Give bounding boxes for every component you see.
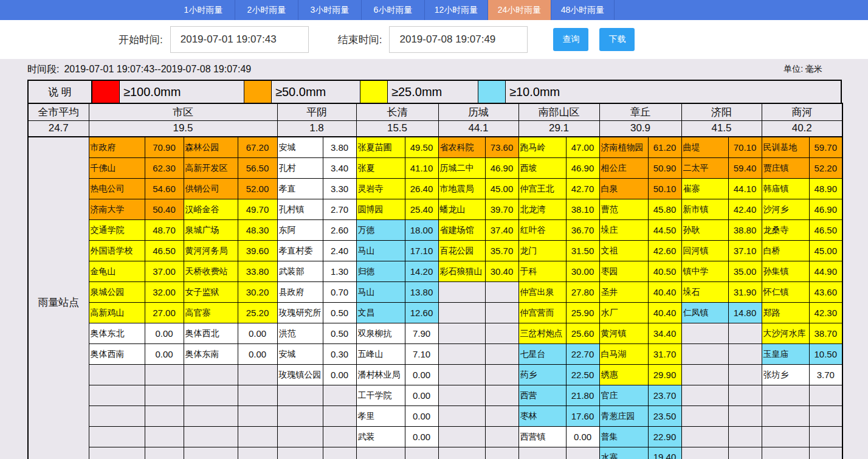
station-value-cell: 73.60 — [485, 137, 518, 157]
station-value-cell — [485, 323, 518, 343]
average-region-长清: 15.5 — [356, 120, 438, 137]
station-name-cell: 省农科院 — [438, 137, 485, 157]
station-value-cell: 50.90 — [648, 157, 681, 178]
station-value-cell: 59.70 — [809, 137, 842, 157]
station-name-cell: 交通学院 — [89, 219, 145, 240]
station-value-cell: 0.00 — [145, 343, 184, 364]
header-region-历城: 历城 — [438, 103, 518, 120]
legend-items: ≥100.0mm≥50.0mm≥25.0mm≥10.0mm — [92, 81, 841, 103]
legend-threshold-label: ≥100.0mm — [120, 81, 244, 103]
tab-24小时雨量[interactable]: 24小时雨量 — [488, 0, 551, 20]
station-name-cell: 白马湖 — [599, 343, 648, 364]
start-time-input[interactable] — [170, 26, 309, 53]
station-value-cell: 0.00 — [145, 323, 184, 343]
station-value-cell: 42.30 — [809, 302, 842, 323]
average-region-济阳: 41.5 — [681, 120, 762, 137]
download-button[interactable]: 下载 — [599, 28, 635, 51]
tab-1小时雨量[interactable]: 1小时雨量 — [172, 0, 235, 20]
station-name-cell: 安城 — [277, 137, 323, 157]
station-value-cell — [238, 426, 277, 447]
station-rows: 雨量站点市政府70.90森林公园67.20安城3.80张夏苗圃49.50省农科院… — [28, 137, 842, 459]
station-name-cell: 仁凤镇 — [681, 302, 728, 323]
station-value-cell — [145, 385, 184, 406]
station-name-cell: 七星台 — [518, 343, 566, 364]
end-time-input[interactable] — [389, 26, 528, 53]
tab-6小时雨量[interactable]: 6小时雨量 — [362, 0, 425, 20]
period-label: 时间段: — [27, 64, 59, 74]
station-value-cell — [809, 406, 842, 426]
station-value-cell: 1.30 — [323, 261, 356, 281]
header-region-章丘: 章丘 — [599, 103, 681, 120]
station-name-cell: 圆博园 — [356, 199, 405, 219]
legend-swatch — [244, 81, 272, 103]
station-name-cell — [356, 447, 405, 459]
station-name-cell — [277, 447, 323, 459]
station-name-cell — [277, 406, 323, 426]
station-name-cell: 金龟山 — [89, 261, 145, 281]
tab-12小时雨量[interactable]: 12小时雨量 — [425, 0, 488, 20]
station-name-cell: 水寨 — [599, 447, 648, 459]
station-value-cell: 43.60 — [809, 281, 842, 302]
station-name-cell: 镇中学 — [681, 261, 728, 281]
station-value-cell: 0.00 — [405, 364, 438, 385]
station-value-cell — [145, 406, 184, 426]
station-name-cell: 孙耿 — [681, 219, 728, 240]
legend-threshold-label: ≥25.0mm — [388, 81, 478, 103]
station-name-cell: 崔寨 — [681, 178, 728, 199]
station-value-cell — [485, 364, 518, 385]
station-name-cell: 高官寨 — [184, 302, 238, 323]
station-name-cell: 孔村 — [277, 157, 323, 178]
table-row: 水寨19.40 — [28, 447, 842, 459]
station-value-cell: 56.50 — [238, 157, 277, 178]
station-name-cell — [438, 447, 485, 459]
query-button[interactable]: 查询 — [553, 28, 588, 51]
average-region-市区: 19.5 — [89, 120, 277, 137]
station-name-cell — [681, 406, 728, 426]
station-value-cell: 3.70 — [809, 364, 842, 385]
station-name-cell — [681, 343, 728, 364]
station-value-cell: 38.10 — [566, 199, 599, 219]
station-value-cell: 3.40 — [323, 157, 356, 178]
station-value-cell — [323, 406, 356, 426]
station-value-cell: 10.50 — [809, 343, 842, 364]
station-value-cell — [809, 385, 842, 406]
station-value-cell — [728, 323, 762, 343]
station-name-cell: 灵岩寺 — [356, 178, 405, 199]
station-name-cell — [184, 426, 238, 447]
station-value-cell: 22.90 — [648, 426, 681, 447]
station-value-cell — [566, 447, 599, 459]
query-toolbar: 开始时间: 结束时间: 查询 下载 — [0, 20, 868, 59]
station-name-cell: 武装 — [356, 426, 405, 447]
station-name-cell — [762, 385, 809, 406]
station-value-cell: 0.00 — [238, 343, 277, 364]
station-name-cell: 女子监狱 — [184, 281, 238, 302]
station-value-cell: 48.70 — [145, 219, 184, 240]
station-value-cell: 21.80 — [566, 385, 599, 406]
tab-48小时雨量[interactable]: 48小时雨量 — [551, 0, 615, 20]
station-value-cell: 47.00 — [566, 137, 599, 157]
station-value-cell: 45.80 — [648, 199, 681, 219]
station-value-cell — [728, 426, 762, 447]
station-value-cell: 35.00 — [728, 261, 762, 281]
rainfall-app: 1小时雨量2小时雨量3小时雨量6小时雨量12小时雨量24小时雨量48小时雨量 开… — [0, 0, 868, 459]
station-name-cell: 归德 — [356, 261, 405, 281]
period-value: 2019-07-01 19:07:43--2019-07-08 19:07:49 — [64, 64, 251, 74]
station-name-cell — [184, 364, 238, 385]
region-average-row: 24.719.51.815.544.129.130.941.540.2 — [28, 120, 842, 137]
station-name-cell — [438, 323, 485, 343]
top-navbar: 1小时雨量2小时雨量3小时雨量6小时雨量12小时雨量24小时雨量48小时雨量 — [0, 0, 868, 20]
station-value-cell — [485, 302, 518, 323]
station-value-cell: 17.10 — [405, 240, 438, 261]
station-value-cell: 33.80 — [238, 261, 277, 281]
tab-2小时雨量[interactable]: 2小时雨量 — [235, 0, 298, 20]
station-name-cell — [89, 426, 145, 447]
tab-3小时雨量[interactable]: 3小时雨量 — [298, 0, 362, 20]
station-value-cell: 26.40 — [405, 178, 438, 199]
station-name-cell: 龙门 — [518, 240, 566, 261]
station-name-cell: 潘村林业局 — [356, 364, 405, 385]
station-name-cell: 回河镇 — [681, 240, 728, 261]
station-value-cell: 52.00 — [238, 178, 277, 199]
station-value-cell — [485, 406, 518, 426]
station-name-cell: 普集 — [599, 426, 648, 447]
station-name-cell: 仲宫出泉 — [518, 281, 566, 302]
